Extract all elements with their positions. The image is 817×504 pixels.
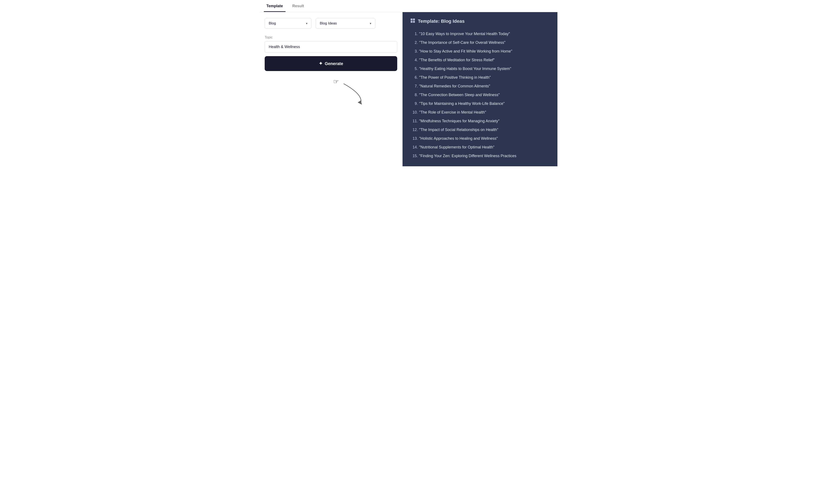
list-item-text: "The Connection Between Sleep and Wellne… [419,93,500,97]
list-item: 5."Healthy Eating Habits to Boost Your I… [410,64,550,73]
dropdowns-row: Blog ▾ Blog Ideas ▾ [265,18,397,29]
right-panel: Template: Blog Ideas 1."10 Easy Ways to … [402,12,558,166]
blog-ideas-list: 1."10 Easy Ways to Improve Your Mental H… [410,30,550,160]
list-item: 13."Holistic Approaches to Healing and W… [410,134,550,143]
svg-text:☞: ☞ [333,78,339,85]
chevron-down-icon: ▾ [306,22,307,25]
list-item-text: "How to Stay Active and Fit While Workin… [419,49,512,53]
chevron-down-icon-2: ▾ [370,22,371,25]
list-item: 8."The Connection Between Sleep and Well… [410,91,550,99]
list-item-number: 3. [410,48,418,54]
topic-label: Topic [265,36,397,39]
blog-type-dropdown[interactable]: Blog ▾ [265,18,311,29]
list-item-number: 11. [410,118,418,124]
list-item-number: 10. [410,110,418,115]
list-item-number: 1. [410,31,418,37]
list-item-text: "The Power of Positive Thinking in Healt… [419,75,491,80]
list-item-text: "Mindfulness Techniques for Managing Anx… [419,119,500,123]
cursor-hand-icon: ☞ [333,78,339,85]
list-item-text: "The Importance of Self-Care for Overall… [419,40,506,45]
list-item-number: 13. [410,136,418,141]
list-item-number: 4. [410,57,418,63]
list-item: 9."Tips for Maintaining a Healthy Work-L… [410,99,550,108]
tab-template[interactable]: Template [264,0,285,12]
list-item-text: "Natural Remedies for Common Ailments" [419,84,490,88]
list-item: 2."The Importance of Self-Care for Overa… [410,38,550,47]
list-item-number: 8. [410,92,418,98]
list-item-number: 2. [410,40,418,46]
topic-input[interactable] [265,41,397,53]
app-container: Template Result Blog ▾ Blog Ideas ▾ Topi… [259,0,558,166]
list-item: 10."The Role of Exercise in Mental Healt… [410,108,550,117]
list-item-text: "Nutritional Supplements for Optimal Hea… [419,145,495,149]
result-title: Template: Blog Ideas [418,19,465,24]
main-layout: Blog ▾ Blog Ideas ▾ Topic ✦ Generate [259,12,558,166]
list-item-number: 5. [410,66,418,72]
list-item-text: "Holistic Approaches to Healing and Well… [419,136,498,141]
svg-rect-3 [413,19,415,20]
list-item: 4."The Benefits of Meditation for Stress… [410,56,550,64]
list-item: 1."10 Easy Ways to Improve Your Mental H… [410,30,550,38]
generate-label: Generate [325,61,343,66]
arrow-area: ☞ [265,75,397,109]
list-item: 11."Mindfulness Techniques for Managing … [410,117,550,125]
blog-subtype-dropdown[interactable]: Blog Ideas ▾ [316,18,375,29]
left-panel: Blog ▾ Blog Ideas ▾ Topic ✦ Generate [259,12,402,166]
generate-button[interactable]: ✦ Generate [265,56,397,71]
result-header: Template: Blog Ideas [410,18,550,24]
list-item: 15."Finding Your Zen: Exploring Differen… [410,152,550,160]
blog-type-label: Blog [269,21,276,26]
list-item-text: "Healthy Eating Habits to Boost Your Imm… [419,67,511,71]
list-item: 14."Nutritional Supplements for Optimal … [410,143,550,152]
list-item: 7."Natural Remedies for Common Ailments" [410,82,550,91]
blog-subtype-label: Blog Ideas [320,21,337,26]
list-item-text: "10 Easy Ways to Improve Your Mental Hea… [419,32,510,36]
list-item-number: 6. [410,75,418,80]
list-item: 12."The Impact of Social Relationships o… [410,125,550,134]
list-item-number: 12. [410,127,418,133]
grid-icon [410,18,415,24]
list-item-text: "The Role of Exercise in Mental Health" [419,110,486,114]
svg-rect-5 [413,21,415,23]
list-item-text: "Finding Your Zen: Exploring Different W… [419,154,516,158]
svg-rect-4 [411,21,413,23]
list-item-number: 7. [410,83,418,89]
list-item-text: "The Benefits of Meditation for Stress R… [419,58,495,62]
list-item-text: "The Impact of Social Relationships on H… [419,128,498,132]
list-item: 3."How to Stay Active and Fit While Work… [410,47,550,56]
svg-rect-2 [411,19,413,20]
curved-arrow-svg: ☞ [325,77,371,107]
list-item-number: 15. [410,153,418,159]
list-item-number: 14. [410,144,418,150]
list-item-number: 9. [410,101,418,107]
tab-result[interactable]: Result [290,0,306,12]
list-item-text: "Tips for Maintaining a Healthy Work-Lif… [419,101,505,106]
list-item: 6."The Power of Positive Thinking in Hea… [410,73,550,82]
tabs-bar: Template Result [259,0,558,12]
sparkle-icon: ✦ [319,61,322,66]
